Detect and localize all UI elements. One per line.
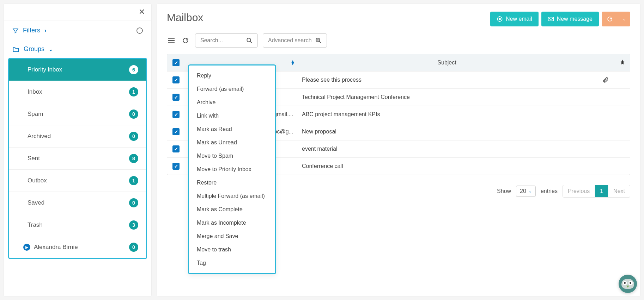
select-all-checkbox[interactable]: ✔ bbox=[172, 59, 180, 66]
sync-icon bbox=[607, 16, 613, 22]
folder-priority-inbox[interactable]: Priority inbox 6 bbox=[9, 59, 146, 81]
folder-count: 1 bbox=[129, 87, 138, 96]
menu-move-spam[interactable]: Move to Spam bbox=[189, 149, 275, 163]
context-menu: Reply Forward (as email) Archive Link wi… bbox=[188, 64, 276, 274]
subject-cell: event material bbox=[302, 146, 338, 152]
filters-label: Filters bbox=[23, 27, 40, 34]
menu-archive[interactable]: Archive bbox=[189, 96, 275, 109]
row-checkbox[interactable]: ✔ bbox=[172, 163, 180, 170]
refresh-icon[interactable] bbox=[181, 36, 190, 45]
page-size-select[interactable]: 20 ⌄ bbox=[516, 186, 536, 197]
subject-cell: ABC project management KPIs bbox=[302, 111, 380, 118]
chevron-down-icon: ⌄ bbox=[49, 46, 53, 52]
sync-dropdown[interactable]: ⌄ bbox=[618, 12, 630, 26]
pager-next[interactable]: Next bbox=[608, 185, 630, 197]
subject-cell: Please see this process bbox=[302, 77, 362, 83]
advanced-search-box[interactable]: Advanced search bbox=[263, 33, 327, 48]
sidebar: ✕ Filters › Groups ⌄ Priority inbox 6 In… bbox=[4, 4, 152, 296]
row-checkbox[interactable]: ✔ bbox=[172, 94, 180, 101]
folder-count: 1 bbox=[129, 176, 138, 185]
pager-page[interactable]: 1 bbox=[595, 185, 608, 197]
folder-label: Priority inbox bbox=[28, 66, 62, 73]
row-checkbox[interactable]: ✔ bbox=[172, 128, 180, 135]
advanced-search-label: Advanced search bbox=[268, 37, 312, 44]
folder-count: 3 bbox=[129, 220, 138, 230]
folder-label: Outbox bbox=[28, 177, 47, 184]
folder-saved[interactable]: Saved 0 bbox=[9, 192, 146, 214]
hamburger-icon[interactable] bbox=[167, 36, 176, 45]
entries-label: entries bbox=[541, 188, 558, 194]
subject-cell: Technical Project Management Conference bbox=[302, 94, 410, 100]
folder-count: 8 bbox=[129, 154, 138, 163]
filters-toggle[interactable]: Filters › bbox=[12, 27, 46, 34]
menu-forward[interactable]: Forward (as email) bbox=[189, 82, 275, 96]
chevron-right-icon: › bbox=[44, 27, 46, 34]
expand-icon: ▶ bbox=[23, 244, 30, 251]
target-icon bbox=[497, 16, 503, 22]
groups-toggle[interactable]: Groups ⌄ bbox=[4, 40, 151, 58]
svg-point-3 bbox=[247, 38, 251, 42]
menu-move-priority[interactable]: Move to Priority Inbox bbox=[189, 163, 275, 176]
sync-button[interactable] bbox=[602, 12, 618, 26]
subject-cell: New proposal bbox=[302, 129, 336, 135]
folder-label: Saved bbox=[28, 199, 44, 206]
menu-merge-save[interactable]: Merge and Save bbox=[189, 230, 275, 243]
search-icon bbox=[246, 37, 253, 44]
folder-spam[interactable]: Spam 0 bbox=[9, 103, 146, 125]
folder-label: Trash bbox=[28, 221, 43, 229]
chevron-down-icon: ⌄ bbox=[528, 189, 532, 194]
row-checkbox[interactable]: ✔ bbox=[172, 145, 180, 152]
menu-restore[interactable]: Restore bbox=[189, 176, 275, 189]
envelope-icon bbox=[548, 17, 554, 21]
menu-multi-forward[interactable]: Multiple Forward (as email) bbox=[189, 189, 275, 203]
close-icon[interactable]: ✕ bbox=[139, 7, 145, 17]
main-panel: Mailbox New email New message ⌄ bbox=[157, 4, 640, 296]
user-count: 0 bbox=[129, 243, 138, 252]
folder-trash[interactable]: Trash 3 bbox=[9, 214, 146, 236]
search-plus-icon bbox=[315, 37, 322, 44]
menu-reply[interactable]: Reply bbox=[189, 69, 275, 82]
menu-mark-incomplete[interactable]: Mark as Incomplete bbox=[189, 216, 275, 230]
folder-count: 0 bbox=[129, 132, 138, 141]
folder-label: Sent bbox=[28, 155, 40, 162]
menu-mark-unread[interactable]: Mark as Unread bbox=[189, 136, 275, 149]
subject-cell: Conferrence call bbox=[302, 163, 343, 169]
new-message-button[interactable]: New message bbox=[541, 12, 599, 26]
search-input[interactable] bbox=[200, 37, 243, 44]
pin-icon[interactable] bbox=[620, 60, 625, 66]
pagination: Previous 1 Next bbox=[563, 185, 630, 198]
menu-mark-complete[interactable]: Mark as Complete bbox=[189, 203, 275, 216]
folder-label: Spam bbox=[28, 111, 43, 118]
svg-rect-2 bbox=[548, 17, 553, 21]
folder-inbox[interactable]: Inbox 1 bbox=[9, 81, 146, 103]
row-checkbox[interactable]: ✔ bbox=[172, 76, 180, 83]
menu-link-with[interactable]: Link with bbox=[189, 109, 275, 123]
help-owl-avatar[interactable] bbox=[619, 275, 637, 293]
attachment-icon bbox=[602, 77, 609, 83]
folder-list: Priority inbox 6 Inbox 1 Spam 0 Archived… bbox=[8, 58, 147, 259]
menu-tag[interactable]: Tag bbox=[189, 256, 275, 270]
menu-mark-read[interactable]: Mark as Read bbox=[189, 123, 275, 136]
chevron-down-icon: ⌄ bbox=[622, 17, 626, 21]
folder-count: 0 bbox=[129, 110, 138, 119]
subject-header[interactable]: Subject bbox=[298, 54, 596, 71]
show-label: Show bbox=[497, 188, 511, 194]
folder-outbox[interactable]: Outbox 1 bbox=[9, 170, 146, 192]
user-name: Alexandra Birnie bbox=[34, 244, 78, 251]
sort-icon: ▲▼ bbox=[291, 60, 295, 65]
folder-count: 6 bbox=[129, 65, 138, 74]
folder-icon bbox=[12, 46, 19, 52]
row-checkbox[interactable]: ✔ bbox=[172, 111, 180, 118]
search-box[interactable] bbox=[195, 33, 258, 48]
menu-move-trash[interactable]: Move to trash bbox=[189, 243, 275, 256]
pager-prev[interactable]: Previous bbox=[563, 185, 595, 197]
new-email-button[interactable]: New email bbox=[490, 12, 539, 26]
page-title: Mailbox bbox=[167, 12, 203, 24]
svg-point-1 bbox=[499, 18, 501, 20]
groups-label: Groups bbox=[24, 45, 44, 53]
folder-sent[interactable]: Sent 8 bbox=[9, 148, 146, 170]
folder-user[interactable]: ▶ Alexandra Birnie 0 bbox=[9, 236, 146, 258]
filter-radio[interactable] bbox=[136, 27, 143, 34]
folder-archived[interactable]: Archived 0 bbox=[9, 125, 146, 148]
folder-count: 0 bbox=[129, 198, 138, 207]
